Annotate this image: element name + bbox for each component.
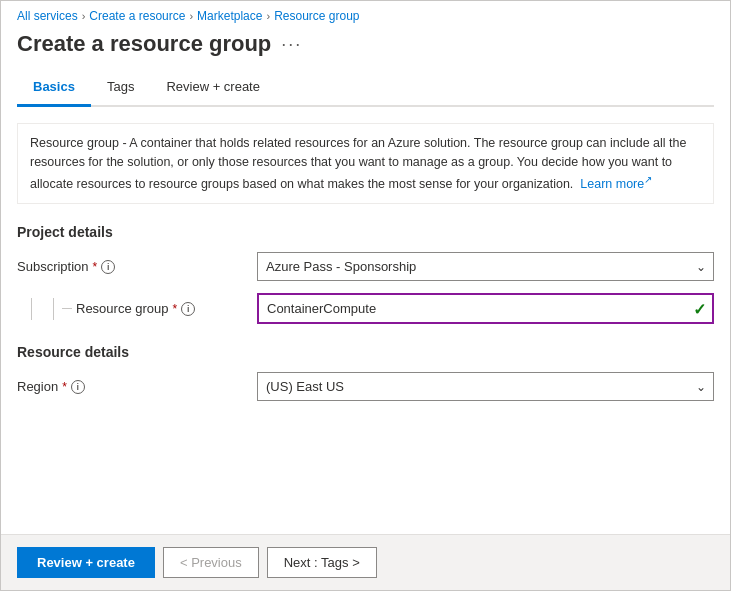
breadcrumb-sep-2: › [189,10,193,22]
previous-button[interactable]: < Previous [163,547,259,578]
region-required: * [62,380,67,394]
breadcrumb-all-services[interactable]: All services [17,9,78,23]
learn-more-link[interactable]: Learn more↗ [580,177,652,191]
breadcrumb: All services › Create a resource › Marke… [1,1,730,27]
description-box: Resource group - A container that holds … [17,123,714,204]
next-button[interactable]: Next : Tags > [267,547,377,578]
page-menu-icon[interactable]: ··· [281,34,302,55]
resource-group-info-icon[interactable]: i [181,302,195,316]
project-details-section: Project details Subscription * i Azure P… [17,224,714,324]
breadcrumb-sep-3: › [266,10,270,22]
breadcrumb-marketplace[interactable]: Marketplace [197,9,262,23]
resource-group-row: Resource group * i ✓ [17,293,714,324]
resource-group-label: Resource group * i [76,301,195,316]
resource-group-required: * [173,302,178,316]
subscription-label: Subscription * i [17,259,115,274]
region-control: (US) East US ⌄ [257,372,714,401]
page-header: Create a resource group ··· [1,27,730,69]
tab-tags[interactable]: Tags [91,69,150,107]
external-link-icon: ↗ [644,174,652,185]
review-create-button[interactable]: Review + create [17,547,155,578]
subscription-required: * [93,260,98,274]
region-info-icon[interactable]: i [71,380,85,394]
tabs-bar: Basics Tags Review + create [17,69,714,107]
region-dropdown-wrapper: (US) East US ⌄ [257,372,714,401]
region-label: Region * i [17,379,85,394]
resource-group-control: ✓ [257,293,714,324]
region-row: Region * i (US) East US ⌄ [17,372,714,401]
resource-group-valid-icon: ✓ [693,299,706,318]
tab-basics[interactable]: Basics [17,69,91,107]
project-details-title: Project details [17,224,714,240]
breadcrumb-create-resource[interactable]: Create a resource [89,9,185,23]
footer: Review + create < Previous Next : Tags > [1,534,730,590]
subscription-info-icon[interactable]: i [101,260,115,274]
breadcrumb-sep-1: › [82,10,86,22]
resource-details-section: Resource details Region * i (US) East US [17,344,714,401]
main-content: Basics Tags Review + create Resource gro… [1,69,730,534]
page-title: Create a resource group [17,31,271,57]
azure-portal-window: All services › Create a resource › Marke… [0,0,731,591]
tab-review-create[interactable]: Review + create [150,69,276,107]
resource-details-title: Resource details [17,344,714,360]
region-dropdown[interactable]: (US) East US [257,372,714,401]
breadcrumb-resource-group[interactable]: Resource group [274,9,359,23]
subscription-row: Subscription * i Azure Pass - Sponsorshi… [17,252,714,281]
subscription-dropdown[interactable]: Azure Pass - Sponsorship [257,252,714,281]
subscription-dropdown-wrapper: Azure Pass - Sponsorship ⌄ [257,252,714,281]
resource-group-input[interactable] [257,293,714,324]
resource-group-input-wrapper: ✓ [257,293,714,324]
subscription-control: Azure Pass - Sponsorship ⌄ [257,252,714,281]
